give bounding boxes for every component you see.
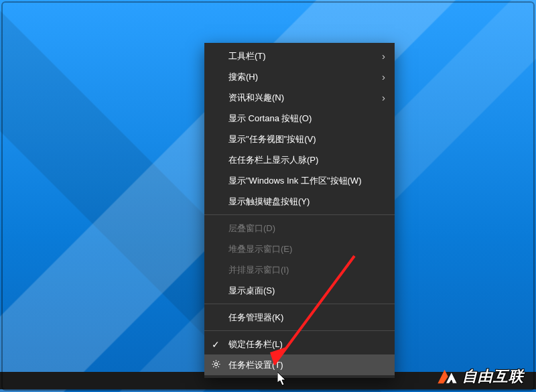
menu-item-sidebyside: 并排显示窗口(I) bbox=[204, 259, 395, 280]
check-icon: ✓ bbox=[212, 339, 220, 350]
chevron-right-icon: › bbox=[382, 92, 385, 103]
watermark-text: 自由互联 bbox=[462, 367, 524, 387]
menu-item-taskmgr[interactable]: 任务管理器(K) bbox=[204, 307, 395, 328]
menu-separator bbox=[204, 304, 395, 304]
menu-item-label: 显示触摸键盘按钮(Y) bbox=[228, 196, 310, 208]
menu-item-people[interactable]: 在任务栏上显示人脉(P) bbox=[204, 149, 395, 170]
menu-item-label: 锁定任务栏(L) bbox=[228, 338, 283, 350]
menu-item-showdesktop[interactable]: 显示桌面(S) bbox=[204, 280, 395, 301]
menu-item-ink[interactable]: 显示"Windows Ink 工作区"按钮(W) bbox=[204, 170, 395, 191]
menu-item-settings[interactable]: 任务栏设置(T) bbox=[204, 354, 395, 375]
menu-item-cascade: 层叠窗口(D) bbox=[204, 218, 395, 239]
menu-item-toolbars[interactable]: 工具栏(T)› bbox=[204, 46, 395, 66]
menu-item-label: 层叠窗口(D) bbox=[228, 222, 275, 235]
watermark-logo-icon bbox=[436, 365, 458, 388]
menu-item-label: 任务管理器(K) bbox=[228, 312, 283, 324]
menu-item-cortana[interactable]: 显示 Cortana 按钮(O) bbox=[204, 108, 395, 129]
menu-item-label: 工具栏(T) bbox=[228, 50, 266, 62]
menu-item-label: 任务栏设置(T) bbox=[228, 359, 283, 371]
menu-item-label: 资讯和兴趣(N) bbox=[228, 92, 284, 104]
menu-separator bbox=[204, 330, 395, 331]
chevron-right-icon: › bbox=[382, 71, 385, 82]
menu-item-label: 并排显示窗口(I) bbox=[228, 264, 289, 276]
menu-item-search[interactable]: 搜索(H)› bbox=[204, 66, 395, 87]
svg-point-0 bbox=[214, 363, 217, 365]
menu-separator bbox=[204, 214, 395, 215]
watermark: 自由互联 bbox=[436, 365, 524, 388]
chevron-right-icon: › bbox=[382, 50, 385, 62]
svg-marker-4 bbox=[446, 372, 457, 383]
menu-item-touchkb[interactable]: 显示触摸键盘按钮(Y) bbox=[204, 191, 395, 212]
menu-item-news[interactable]: 资讯和兴趣(N)› bbox=[204, 87, 395, 108]
menu-item-label: 显示"Windows Ink 工作区"按钮(W) bbox=[228, 175, 361, 187]
menu-item-lock[interactable]: ✓锁定任务栏(L) bbox=[204, 334, 395, 354]
menu-item-label: 显示"任务视图"按钮(V) bbox=[228, 133, 316, 145]
menu-item-stacked: 堆叠显示窗口(E) bbox=[204, 239, 395, 259]
menu-item-taskview[interactable]: 显示"任务视图"按钮(V) bbox=[204, 129, 395, 149]
menu-item-label: 堆叠显示窗口(E) bbox=[228, 243, 292, 255]
menu-item-label: 显示 Cortana 按钮(O) bbox=[228, 113, 312, 125]
menu-item-label: 在任务栏上显示人脉(P) bbox=[228, 154, 318, 166]
taskbar-context-menu: 工具栏(T)›搜索(H)›资讯和兴趣(N)›显示 Cortana 按钮(O)显示… bbox=[204, 43, 395, 378]
menu-item-label: 显示桌面(S) bbox=[228, 285, 275, 297]
menu-item-label: 搜索(H) bbox=[228, 71, 258, 83]
